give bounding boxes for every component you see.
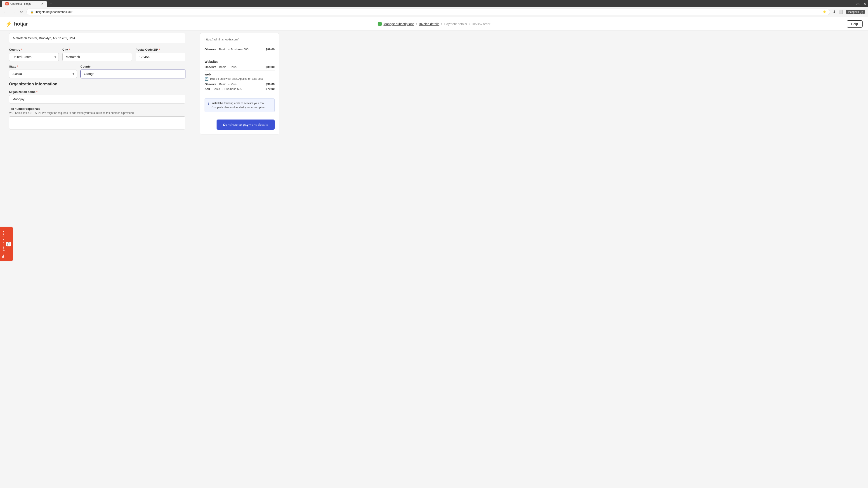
websites-section: Websites Observe Basic → Plus $39.00 web… (205, 60, 275, 95)
org-name-required-marker: * (36, 90, 37, 94)
country-city-postal-row: Country * United States United Kingdom C… (9, 48, 185, 61)
org-name-label: Organization name * (9, 90, 185, 94)
discount-icon: 🔄 (205, 77, 209, 80)
observe-upgrade-2: Basic → Plus (219, 65, 237, 69)
tax-section: Tax number (optional) VAT, Sales Tax, GS… (9, 107, 185, 129)
info-box: ℹ Install the tracking code to activate … (205, 98, 275, 112)
tax-input[interactable] (9, 116, 185, 129)
org-name-input[interactable] (9, 95, 185, 103)
observe-item-2: Observe Basic → Plus $39.00 (205, 65, 275, 69)
ask-item: Ask Basic → Business 500 $79.00 (205, 87, 275, 91)
incognito-badge: Incognito (3) (846, 10, 865, 14)
tab-close-button[interactable]: ✕ (41, 2, 43, 5)
tab-favicon: H (5, 2, 8, 5)
main-content: Metrotech Center, Brooklyn, NY 11201, US… (0, 31, 868, 478)
address-top-partial: Metrotech Center, Brooklyn, NY 11201, US… (9, 33, 185, 43)
hotjar-logo: ⚡ hotjar (5, 21, 28, 27)
observe-label-3: Observe (205, 83, 216, 86)
org-section-title: Organization information (9, 82, 185, 87)
rate-icon: 💬 (6, 242, 11, 246)
forward-button[interactable]: → (11, 9, 16, 15)
step-invoice-details[interactable]: Invoice details (419, 22, 439, 26)
step-payment-label: Payment details (444, 22, 467, 26)
bookmark-icon[interactable]: ⬇ (833, 10, 836, 14)
country-select[interactable]: United States United Kingdom Canada Aust… (9, 53, 59, 61)
step-separator-1: › (416, 22, 417, 26)
observe-item-1: Observe Basic → Business 500 $99.00 (205, 48, 275, 51)
new-tab-button[interactable]: + (48, 2, 54, 6)
state-select[interactable]: Alaska Alabama Arizona Arkansas Californ… (9, 70, 77, 78)
state-select-wrapper: Alaska Alabama Arizona Arkansas Californ… (9, 70, 77, 78)
country-label: Country * (9, 48, 59, 51)
ask-price: $79.00 (266, 87, 275, 91)
discount-note: 🔄 10% off on lowest plan. Applied on tot… (205, 77, 275, 80)
state-group: State * Alaska Alabama Arizona Arkansas … (9, 65, 77, 78)
divider-2 (205, 70, 275, 71)
reload-button[interactable]: ↻ (19, 9, 24, 15)
app-header: ⚡ hotjar ✓ Manage subscriptions › Invoic… (0, 17, 868, 31)
state-label: State * (9, 65, 77, 68)
url-text: insights.hotjar.com/checkout (35, 10, 821, 13)
country-required-marker: * (21, 48, 22, 51)
steps-navigation: ✓ Manage subscriptions › Invoice details… (378, 22, 491, 26)
order-summary-card: https://admin.shopify.com/ Observe Basic… (200, 33, 279, 134)
step-review-label: Review order (472, 22, 490, 26)
form-side: Metrotech Center, Brooklyn, NY 11201, US… (0, 31, 194, 478)
address-bar[interactable]: 🔒 insights.hotjar.com/checkout ⭐ (26, 8, 830, 15)
close-button[interactable]: ✕ (863, 2, 866, 6)
info-icon: ℹ (208, 101, 209, 107)
browser-tab[interactable]: H Checkout - Hotjar ✕ (2, 1, 47, 7)
websites-title: Websites (205, 60, 275, 64)
continue-button[interactable]: Continue to payment details (217, 120, 275, 130)
rate-experience-widget[interactable]: 💬 Rate your experience (0, 227, 13, 261)
observe-price-1: $99.00 (266, 48, 275, 51)
observe-price-3: $39.00 (266, 83, 275, 86)
help-button[interactable]: Help (847, 20, 863, 28)
step-payment-details: Payment details (444, 22, 467, 26)
city-required-marker: * (69, 48, 70, 51)
tax-label: Tax number (optional) (9, 107, 185, 110)
summary-side: https://admin.shopify.com/ Observe Basic… (194, 31, 285, 478)
observe-item-3: Observe Basic → Plus $39.00 (205, 83, 275, 86)
observe-upgrade-1: Basic → Business 500 (219, 48, 248, 51)
org-section: Organization information Organization na… (9, 82, 185, 103)
tab-title: Checkout - Hotjar (10, 2, 31, 5)
org-name-group: Organization name * (9, 90, 185, 103)
web-label: web (205, 72, 275, 76)
step-manage-subscriptions[interactable]: ✓ Manage subscriptions (378, 22, 414, 26)
step-separator-2: › (441, 22, 442, 26)
logo-text: hotjar (14, 21, 28, 27)
step-separator-3: › (469, 22, 470, 26)
hotjar-icon: ⚡ (5, 21, 12, 27)
extensions-icon[interactable]: ⬜ (838, 10, 843, 14)
county-input[interactable] (81, 70, 185, 78)
step-manage-label: Manage subscriptions (383, 22, 414, 26)
tax-sublabel: VAT, Sales Tax, GST, ABN. We might be re… (9, 111, 185, 115)
address-top-value: Metrotech Center, Brooklyn, NY 11201, US… (13, 36, 75, 40)
back-button[interactable]: ← (3, 9, 8, 15)
county-label: County (81, 65, 185, 68)
observe-price-2: $39.00 (266, 65, 275, 69)
discount-text: 10% off on lowest plan. Applied on total… (210, 77, 264, 80)
summary-url: https://admin.shopify.com/ (205, 38, 275, 44)
observe-section: Observe Basic → Business 500 $99.00 (205, 48, 275, 55)
maximize-button[interactable]: ▭ (856, 2, 860, 6)
postal-required-marker: * (159, 48, 160, 51)
postal-label: Postal Code/ZIP * (135, 48, 185, 51)
info-text: Install the tracking code to activate yo… (212, 101, 271, 109)
postal-group: Postal Code/ZIP * (135, 48, 185, 61)
observe-upgrade-3: Basic → Plus (219, 83, 237, 86)
minimize-button[interactable]: ─ (850, 2, 852, 6)
org-name-row: Organization name * (9, 90, 185, 103)
country-select-wrapper: United States United Kingdom Canada Aust… (9, 53, 59, 61)
city-input[interactable] (62, 53, 132, 61)
country-group: Country * United States United Kingdom C… (9, 48, 59, 61)
observe-label-1: Observe (205, 48, 216, 51)
observe-label-2: Observe (205, 65, 216, 69)
step-review-order: Review order (472, 22, 490, 26)
state-required-marker: * (17, 65, 18, 68)
state-county-row: State * Alaska Alabama Arizona Arkansas … (9, 65, 185, 78)
postal-input[interactable] (135, 53, 185, 61)
county-group: County (81, 65, 185, 78)
step-check-icon: ✓ (378, 22, 382, 26)
